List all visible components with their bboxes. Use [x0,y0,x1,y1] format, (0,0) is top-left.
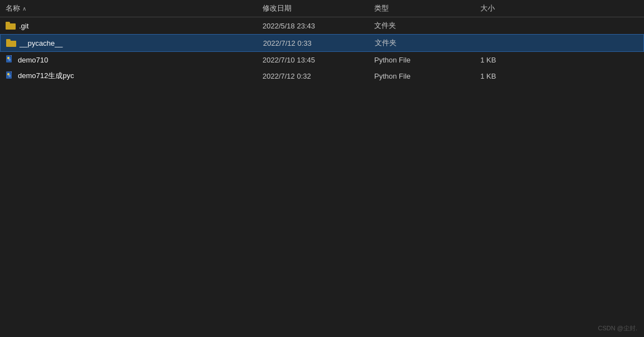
file-date: 2022/7/12 0:32 [257,70,369,82]
python-icon [6,71,15,80]
col-header-name[interactable]: 名称 ∧ [0,3,257,13]
file-type: 文件夹 [369,37,475,49]
watermark: CSDN @尘封. [598,324,637,333]
svg-point-4 [8,59,11,61]
file-size [475,37,542,49]
file-type: 文件夹 [369,20,475,32]
file-name: __pycache__ [1,37,257,49]
row-spacer [542,54,564,65]
col-date-label: 修改日期 [263,3,292,13]
file-date: 2022/7/12 0:33 [257,37,369,49]
file-type: Python File [369,70,475,82]
col-header-date[interactable]: 修改日期 [257,3,369,13]
col-header-scrollbar [542,3,564,13]
row-spacer [542,37,565,49]
file-size [475,20,542,32]
col-type-label: 类型 [374,3,389,13]
file-explorer: 名称 ∧ 修改日期 类型 大小 .git 2022/5/18 23:43 文件夹 [0,0,644,337]
file-size: 1 KB [475,54,542,65]
table-row[interactable]: __pycache__ 2022/7/12 0:33 文件夹 [0,34,644,52]
file-date: 2022/5/18 23:43 [257,20,369,32]
folder-icon [6,22,16,30]
col-header-type[interactable]: 类型 [369,3,475,13]
table-row[interactable]: .git 2022/5/18 23:43 文件夹 [0,17,644,34]
file-type: Python File [369,54,475,65]
row-spacer [542,20,564,32]
python-icon [6,55,15,64]
row-spacer [542,70,564,82]
svg-point-9 [8,75,11,77]
file-name: demo710 [0,54,257,65]
file-size: 1 KB [475,70,542,82]
table-row[interactable]: demo710 2022/7/10 13:45 Python File 1 KB [0,52,644,68]
col-size-label: 大小 [480,3,495,13]
sort-arrow: ∧ [22,6,26,12]
file-name: .git [0,20,257,32]
file-name: demo712生成pyc [0,70,257,82]
file-date: 2022/7/10 13:45 [257,54,369,65]
folder-icon [6,39,16,47]
col-name-label: 名称 [6,3,20,13]
table-body: .git 2022/5/18 23:43 文件夹 __pycache__ 202… [0,17,644,337]
col-header-size[interactable]: 大小 [475,3,542,13]
table-row[interactable]: demo712生成pyc 2022/7/12 0:32 Python File … [0,68,644,84]
table-header: 名称 ∧ 修改日期 类型 大小 [0,0,644,17]
